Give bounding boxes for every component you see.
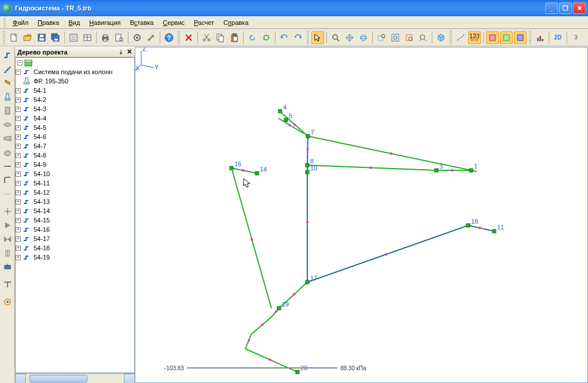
system-label[interactable]: Система подачи из колонн [32,68,113,75]
lt-pump-button[interactable] [1,261,14,273]
zoom-button[interactable] [329,31,342,44]
maximize-button[interactable]: ❐ [559,2,572,14]
menu-help[interactable]: Справка [219,18,253,27]
lt-record-button[interactable] [1,296,14,308]
chart-button[interactable] [534,31,546,44]
copy-button[interactable] [214,31,227,44]
expand-branch-2[interactable]: + [16,107,21,112]
fr-label[interactable]: ФР. 195-350 [32,78,69,85]
branch-label-6[interactable]: 54-7 [32,143,47,149]
refresh-button[interactable] [260,31,273,44]
color2-button[interactable] [500,31,513,44]
lt-valve-button[interactable] [1,76,14,89]
branch-label-9[interactable]: 54-10 [32,170,51,177]
branch-label-2[interactable]: 54-3 [32,105,47,112]
paste-button[interactable] [228,31,241,44]
help-button[interactable]: ? [163,31,175,44]
toolbar-grip-1[interactable] [3,31,5,44]
preview-button[interactable] [113,31,126,44]
toolbar-grip-5[interactable] [529,31,531,44]
tree-hscrollbar[interactable] [15,373,135,383]
close-button[interactable]: ✕ [573,2,586,14]
pin-button[interactable] [117,49,124,56]
expand-branch-8[interactable]: + [16,162,21,167]
tools-button[interactable] [145,31,157,44]
lt-section-button[interactable] [1,104,14,117]
cut-button[interactable] [200,31,213,44]
expand-branch-14[interactable]: + [16,218,21,223]
scrollbar-thumb[interactable] [30,375,87,382]
undo-button[interactable] [278,31,291,44]
expand-branch-15[interactable]: + [16,227,21,232]
viewport-3d[interactable]: 4578101614311811171920 -103.83 88.30 кПа… [135,47,588,383]
menu-file[interactable]: Файл [8,18,33,27]
expand-system[interactable]: − [16,70,21,75]
expand-branch-13[interactable]: + [16,209,21,214]
saveall-button[interactable] [49,31,62,44]
view-3-button[interactable]: 3 [569,31,582,44]
tree-body[interactable]: − − Система подачи из колонн [15,57,135,373]
close-panel-button[interactable]: ✕ [126,49,133,56]
select-mode-button[interactable] [311,31,324,44]
lt-pipe-button[interactable] [1,49,14,61]
redo-button[interactable] [292,31,304,44]
lt-junction-button[interactable] [1,205,14,218]
branch-label-16[interactable]: 54-17 [32,235,51,242]
branch-label-7[interactable]: 54-8 [32,152,47,159]
lt-butterfly-button[interactable] [1,233,14,246]
branch-label-3[interactable]: 54-4 [32,115,47,122]
zoom-extents-button[interactable] [389,31,402,44]
branch-label-18[interactable]: 54-19 [32,254,51,261]
lt-cap-button[interactable] [1,146,14,159]
menu-edit[interactable]: Правка [33,18,64,27]
lt-reducer-button[interactable] [1,132,14,145]
lt-elbow-button[interactable] [1,174,14,187]
expand-branch-17[interactable]: + [16,246,21,251]
dim2-button[interactable]: 123 [468,31,481,44]
save-button[interactable] [35,31,48,44]
branch-label-12[interactable]: 54-13 [32,198,51,205]
branch-label-17[interactable]: 54-18 [32,245,51,251]
menu-navigation[interactable]: Навигация [84,18,125,27]
lt-flange-button[interactable] [1,118,14,131]
branch-label-0[interactable]: 54-1 [32,87,47,94]
expand-branch-16[interactable]: + [16,236,21,242]
expand-branch-0[interactable]: + [16,88,21,93]
menu-view[interactable]: Вид [64,18,84,27]
branch-label-15[interactable]: 54-16 [32,226,51,233]
lt-support-button[interactable] [1,278,14,291]
view-2d-button[interactable]: 2D [552,31,564,44]
lt-flask-button[interactable] [1,90,14,103]
pan-button[interactable] [343,31,356,44]
branch-label-5[interactable]: 54-6 [32,133,47,140]
lt-line-button[interactable] [1,160,14,173]
branch-label-4[interactable]: 54-5 [32,124,47,131]
toolbar-grip-2[interactable] [178,31,180,44]
expand-branch-6[interactable]: + [16,144,21,149]
properties-button[interactable] [67,31,80,44]
menu-service[interactable]: Сервис [158,18,189,27]
zoom-prev-button[interactable] [417,31,429,44]
color1-button[interactable] [486,31,499,44]
expand-branch-18[interactable]: + [16,255,21,260]
expand-branch-10[interactable]: + [16,181,21,186]
menu-grip[interactable] [3,18,6,27]
render-button[interactable] [435,31,447,44]
lt-dots-button[interactable] [1,188,14,200]
branch-label-10[interactable]: 54-11 [32,180,51,187]
expand-branch-7[interactable]: + [16,153,21,158]
branch-label-11[interactable]: 54-12 [32,189,51,196]
expand-branch-9[interactable]: + [16,172,21,177]
menu-calc[interactable]: Расчет [189,18,219,27]
expand-branch-11[interactable]: + [16,190,21,195]
branch-label-14[interactable]: 54-15 [32,217,51,224]
expand-branch-1[interactable]: + [16,97,21,103]
lt-stairs-button[interactable] [1,63,14,75]
expand-branch-5[interactable]: + [16,134,21,140]
open-button[interactable] [21,31,34,44]
lt-play-button[interactable] [1,219,14,232]
branch-label-8[interactable]: 54-9 [32,161,47,168]
menu-insert[interactable]: Вставка [126,18,159,27]
expand-branch-3[interactable]: + [16,116,21,121]
branch-label-1[interactable]: 54-2 [32,96,47,103]
